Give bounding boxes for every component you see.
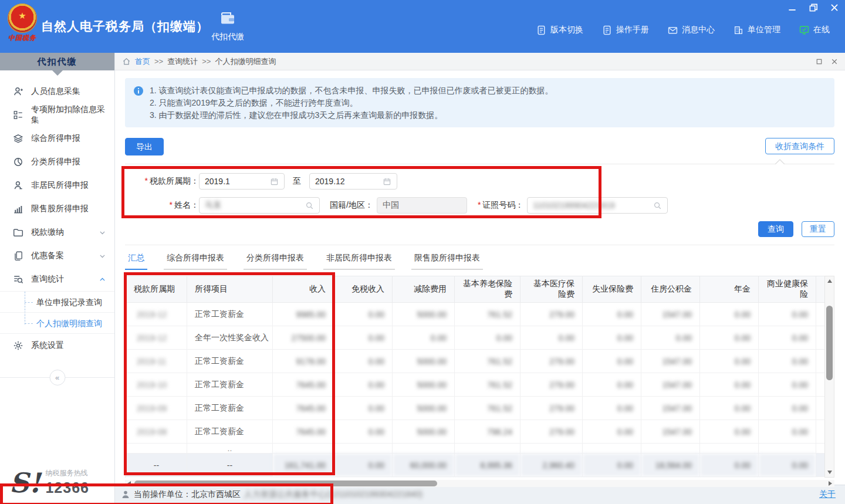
topnav-message-center[interactable]: 消息中心	[668, 25, 715, 35]
sidebar-item-comprehensive-income[interactable]: 综合所得申报	[0, 127, 114, 150]
scroll-left-icon[interactable]	[125, 480, 133, 487]
sidebar-item-personal-withholding-query[interactable]: 个人扣缴明细查询	[0, 313, 114, 334]
app-title: 自然人电子税务局（扣缴端）	[41, 18, 209, 35]
export-button[interactable]: 导出	[125, 138, 164, 155]
scroll-down-icon[interactable]	[825, 468, 834, 477]
vertical-scroll-thumb[interactable]	[826, 306, 833, 380]
sidebar-item-label: 查询统计	[31, 274, 64, 285]
period-from-input[interactable]: 2019.1	[199, 173, 285, 190]
tab-comprehensive-return[interactable]: 综合所得申报表	[164, 253, 227, 270]
table-cell: 正常工资薪金	[187, 373, 273, 397]
table-cell: 0.00	[700, 373, 759, 397]
table-cell: 0.00	[334, 373, 393, 397]
close-panel-icon[interactable]	[831, 58, 838, 65]
column-header: 基本医疗保险费	[520, 276, 583, 303]
sidebar-item-label: 限售股所得申报	[31, 204, 89, 214]
sidebar-item-system-settings[interactable]: 系统设置	[0, 334, 114, 357]
table-cell: 0.00	[583, 420, 641, 444]
name-value: 马某	[205, 200, 221, 211]
restore-icon[interactable]	[807, 2, 819, 13]
sidebar-item-label: 税款缴纳	[31, 227, 64, 238]
tab-nonresident-return[interactable]: 非居民所得申报表	[323, 253, 395, 270]
breadcrumb-home[interactable]: 首页	[135, 56, 150, 67]
sidebar-item-nonresident-income[interactable]: 非居民所得申报	[0, 174, 114, 197]
sidebar-item-label: 人员信息采集	[31, 86, 80, 97]
table-cell: 279.00	[520, 303, 583, 326]
query-button[interactable]: 查询	[758, 221, 793, 237]
scroll-up-icon[interactable]	[825, 276, 834, 286]
table-cell	[816, 420, 825, 444]
notice-line-1: 1. 该查询统计表仅能查询已申报成功的数据，不包含未申报、申报失败，已申报但已作…	[150, 84, 553, 97]
horizontal-scrollbar[interactable]	[125, 480, 834, 487]
sidebar-item-label: 分类所得申报	[31, 157, 80, 167]
table-cell: --	[187, 454, 273, 477]
horizontal-scroll-thumb[interactable]	[134, 481, 437, 486]
vertical-scrollbar[interactable]	[824, 276, 834, 478]
sidebar-item-unit-report-query[interactable]: 单位申报记录查询	[0, 292, 114, 313]
table-cell	[816, 444, 825, 454]
table-cell: 正常工资薪金	[187, 397, 273, 420]
table-cell: 0.00	[759, 373, 816, 397]
table-cell	[759, 444, 816, 454]
status-bar: 当前操作单位：北京市西城区人力资源公共服务中心(1211010219930422…	[115, 485, 845, 504]
document-icon	[602, 25, 612, 35]
table-cell: 0.00	[700, 397, 759, 420]
topnav-unit-management[interactable]: 单位管理	[734, 25, 780, 35]
name-input[interactable]: 马某	[199, 197, 320, 214]
topnav-manual[interactable]: 操作手册	[602, 25, 649, 35]
scroll-right-icon[interactable]	[826, 480, 834, 487]
sidebar-item-restricted-stock[interactable]: 限售股所得申报	[0, 197, 114, 221]
period-to-input[interactable]: 2019.12	[309, 173, 397, 190]
module-tab-withholding[interactable]: 代扣代缴	[207, 9, 249, 42]
table-cell: 2019-12	[126, 303, 187, 326]
tab-restricted-stock-return[interactable]: 限售股所得申报表	[411, 253, 483, 270]
table-cell: 0.00	[393, 326, 455, 350]
search-icon[interactable]	[653, 201, 662, 210]
table-cell: 279.00	[520, 420, 583, 444]
query-filters: *税款所属期： 2019.1 至 2019.12 *姓名：	[125, 164, 834, 214]
sidebar-item-special-deduction[interactable]: 专项附加扣除信息采集	[0, 103, 114, 127]
maximize-icon[interactable]	[816, 58, 823, 65]
table-cell	[455, 444, 520, 454]
close-icon[interactable]	[829, 2, 840, 13]
column-header: 失业保险费	[583, 276, 641, 303]
hotline-label: 纳税服务热线	[45, 468, 89, 478]
module-tab-label: 代扣代缴	[207, 32, 249, 42]
sidebar-item-query-statistics[interactable]: 查询统计	[0, 268, 114, 291]
toolbar: 导出 收折查询条件	[125, 138, 834, 155]
table-cell: 0.00	[700, 454, 759, 477]
column-header: 住房公积金	[641, 276, 700, 303]
table-cell: 5000.00	[393, 397, 455, 420]
id-number-input[interactable]: 110102199904221919	[527, 197, 668, 214]
table-cell: 5000.00	[393, 303, 455, 326]
table-row-data: 2019-09正常工资薪金7645.000.005000.00761.52279…	[126, 397, 825, 420]
topnav-version-switch[interactable]: 版本切换	[536, 25, 583, 35]
sidebar-item-classified-income[interactable]: 分类所得申报	[0, 150, 114, 174]
about-link[interactable]: 关于	[819, 489, 836, 500]
reset-button[interactable]: 重置	[802, 221, 834, 237]
top-nav: 版本切换操作手册消息中心单位管理在线	[536, 25, 830, 35]
table-cell: 798.24	[455, 420, 520, 444]
search-icon[interactable]	[305, 201, 314, 210]
collapse-filters-button[interactable]: 收折查询条件	[765, 138, 834, 154]
sidebar-collapse-button[interactable]: «	[49, 370, 65, 385]
table-cell: 5000.00	[393, 350, 455, 373]
table-cell: 0.00	[759, 397, 816, 420]
sidebar-item-preference-filing[interactable]: 优惠备案	[0, 244, 114, 268]
topnav-online-status[interactable]: 在线	[799, 25, 830, 35]
sidebar-item-tax-payment[interactable]: 税款缴纳	[0, 221, 114, 244]
minimize-icon[interactable]	[786, 2, 798, 13]
table-cell: 0.00	[583, 303, 641, 326]
table-cell: 5000.00	[393, 420, 455, 444]
table-cell: 761.52	[455, 397, 520, 420]
result-table: 税款所属期所得项目收入免税收入减除费用基本养老保险费基本医疗保险费失业保险费住房…	[126, 276, 824, 477]
period-label: *税款所属期：	[125, 176, 199, 187]
tab-classified-return[interactable]: 分类所得申报表	[244, 253, 307, 270]
sidebar-item-personnel-info[interactable]: 人员信息采集	[0, 80, 114, 103]
table-cell: 0.00	[334, 303, 393, 326]
table-cell: 0.00	[583, 350, 641, 373]
chevron-down-icon	[99, 252, 106, 260]
document-icon	[536, 25, 546, 35]
tab-summary[interactable]: 汇总	[125, 253, 147, 270]
wallet-icon	[218, 9, 237, 27]
